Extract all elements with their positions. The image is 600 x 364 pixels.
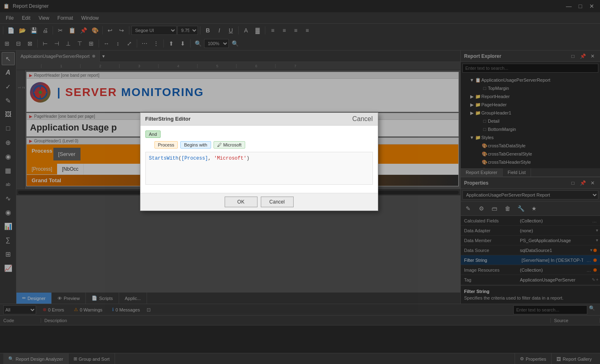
modal-close-button[interactable]: Cancel xyxy=(352,115,373,123)
filter-process-field: [Process] xyxy=(182,156,208,161)
filter-and-button[interactable]: And xyxy=(145,130,161,138)
filter-tags: Process Begins with 🖊 Microsoft xyxy=(145,141,373,149)
filter-comma: , xyxy=(208,156,214,161)
filter-and-row: And xyxy=(145,130,373,138)
filter-expression-area[interactable]: StartsWith([Process], 'Microsoft') xyxy=(145,152,373,185)
modal-title-bar: FilterString Editor Cancel xyxy=(140,113,378,126)
filter-starts-with: StartsWith xyxy=(149,156,179,161)
filter-tag-begins-with[interactable]: Begins with xyxy=(180,141,211,149)
microsoft-tag-icon: 🖊 xyxy=(217,142,222,147)
filter-open-paren: ( xyxy=(179,156,182,161)
filter-tag-process[interactable]: Process xyxy=(154,141,178,149)
filter-tag-microsoft[interactable]: 🖊 Microsoft xyxy=(214,141,246,149)
filter-string-modal: FilterString Editor Cancel And Process B… xyxy=(140,112,378,211)
filter-microsoft-value: 'Microsoft' xyxy=(214,156,246,161)
modal-cancel-button[interactable]: Cancel xyxy=(261,197,294,207)
microsoft-tag-label: Microsoft xyxy=(223,142,242,147)
modal-footer: OK Cancel xyxy=(140,193,378,211)
filter-close-paren: ) xyxy=(246,156,249,161)
modal-overlay[interactable]: FilterString Editor Cancel And Process B… xyxy=(0,0,600,364)
modal-body: And Process Begins with 🖊 Microsoft Star… xyxy=(140,126,378,193)
modal-ok-button[interactable]: OK xyxy=(225,197,257,207)
modal-title: FilterString Editor xyxy=(145,116,191,122)
